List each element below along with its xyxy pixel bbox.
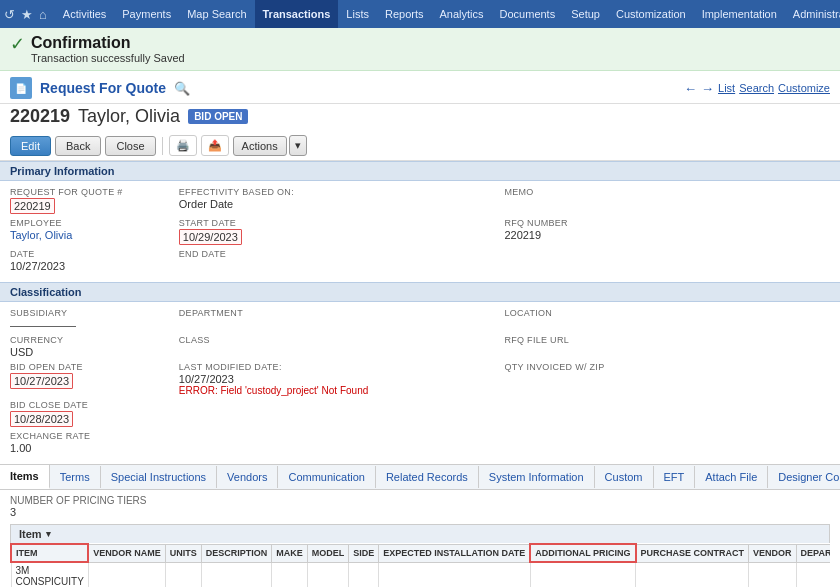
col-additional-pricing: ADDITIONAL PRICING xyxy=(530,544,635,562)
nav-implementation[interactable]: Implementation xyxy=(694,0,785,28)
col-model: MODEL xyxy=(307,544,349,562)
search-link[interactable]: Search xyxy=(739,82,774,94)
export-button[interactable]: 📤 xyxy=(201,135,229,156)
currency-value: USD xyxy=(10,346,167,358)
employee-value[interactable]: Taylor, Olivia xyxy=(10,229,167,241)
confirmation-subtitle: Transaction successfully Saved xyxy=(31,52,185,64)
cell-vendor-name xyxy=(88,562,165,587)
tab-related-records[interactable]: Related Records xyxy=(376,466,479,488)
nav-icons: ↺ ★ ⌂ xyxy=(4,7,47,22)
edit-button[interactable]: Edit xyxy=(10,136,51,156)
page-icon: 📄 xyxy=(10,77,32,99)
check-icon: ✓ xyxy=(10,35,25,53)
star-icon[interactable]: ★ xyxy=(21,7,33,22)
class-label: CLASS xyxy=(179,335,493,345)
close-button[interactable]: Close xyxy=(105,136,155,156)
list-link[interactable]: List xyxy=(718,82,735,94)
tab-eft[interactable]: EFT xyxy=(654,466,696,488)
pricing-tiers-value: 3 xyxy=(10,506,16,518)
rfq-file-url-label: RFQ FILE URL xyxy=(504,335,818,345)
nav-activities[interactable]: Activities xyxy=(55,0,114,28)
item-subheader-label: Item xyxy=(19,528,42,540)
back-arrow-icon[interactable]: ← xyxy=(684,81,697,96)
subsidiary-label: SUBSIDIARY xyxy=(10,308,167,318)
cell-description xyxy=(201,562,272,587)
end-date-label: END DATE xyxy=(179,249,493,259)
col-purchase-contract: PURCHASE CONTRACT xyxy=(636,544,749,562)
cell-model xyxy=(307,562,349,587)
nav-documents[interactable]: Documents xyxy=(492,0,564,28)
tab-special-instructions[interactable]: Special Instructions xyxy=(101,466,217,488)
col-units: UNITS xyxy=(165,544,201,562)
nav-transactions[interactable]: Transactions xyxy=(255,0,339,28)
history-icon[interactable]: ↺ xyxy=(4,7,15,22)
tab-items[interactable]: Items xyxy=(0,465,50,489)
nav-items: Activities Payments Map Search Transacti… xyxy=(55,0,840,28)
item-subheader[interactable]: Item ▾ xyxy=(10,524,830,543)
tabs-bar: Items Terms Special Instructions Vendors… xyxy=(0,464,840,490)
col-side: SIDE xyxy=(349,544,379,562)
last-modified-value: 10/27/2023 xyxy=(179,373,493,385)
col-department: DEPARTMENT xyxy=(796,544,830,562)
error-text: ERROR: Field 'custody_project' Not Found xyxy=(179,385,493,396)
confirmation-title: Confirmation xyxy=(31,34,185,52)
cell-side xyxy=(349,562,379,587)
nav-analytics[interactable]: Analytics xyxy=(432,0,492,28)
memo-label: MEMO xyxy=(504,187,818,197)
tab-vendors[interactable]: Vendors xyxy=(217,466,278,488)
classification-section-header: Classification xyxy=(0,282,840,302)
confirmation-banner: ✓ Confirmation Transaction successfully … xyxy=(0,28,840,71)
items-table-scroll[interactable]: ITEM VENDOR NAME UNITS DESCRIPTION MAKE … xyxy=(10,543,830,587)
back-button[interactable]: Back xyxy=(55,136,101,156)
nav-payments[interactable]: Payments xyxy=(114,0,179,28)
tab-custom[interactable]: Custom xyxy=(595,466,654,488)
rfq-number-label: RFQ NUMBER xyxy=(504,218,818,228)
col-description: DESCRIPTION xyxy=(201,544,272,562)
nav-map-search[interactable]: Map Search xyxy=(179,0,254,28)
tab-designer-communication[interactable]: Designer Communication with AE xyxy=(768,466,840,488)
record-header: 220219 Taylor, Olivia BID OPEN xyxy=(0,104,840,131)
nav-admin[interactable]: Administration and Controls xyxy=(785,0,840,28)
table-header-row: ITEM VENDOR NAME UNITS DESCRIPTION MAKE … xyxy=(11,544,830,562)
cell-make xyxy=(272,562,308,587)
col-make: MAKE xyxy=(272,544,308,562)
bid-close-date-label: BID CLOSE DATE xyxy=(10,400,169,410)
top-nav: ↺ ★ ⌂ Activities Payments Map Search Tra… xyxy=(0,0,840,28)
tab-terms[interactable]: Terms xyxy=(50,466,101,488)
employee-label: EMPLOYEE xyxy=(10,218,167,228)
col-vendor: VENDOR xyxy=(749,544,797,562)
cell-units xyxy=(165,562,201,587)
bid-open-date-value: 10/27/2023 xyxy=(10,373,73,389)
last-modified-label: LAST MODIFIED DATE: xyxy=(179,362,493,372)
home-icon[interactable]: ⌂ xyxy=(39,7,47,22)
cell-department xyxy=(796,562,830,587)
nav-setup[interactable]: Setup xyxy=(563,0,608,28)
page-header: 📄 Request For Quote 🔍 ← → List Search Cu… xyxy=(0,71,840,104)
tab-attach-file[interactable]: Attach File xyxy=(695,466,768,488)
page-search-icon[interactable]: 🔍 xyxy=(174,81,190,96)
nav-lists[interactable]: Lists xyxy=(338,0,377,28)
subsidiary-value: —————— xyxy=(10,319,167,331)
print-button[interactable]: 🖨️ xyxy=(169,135,197,156)
actions-button[interactable]: Actions xyxy=(233,136,287,156)
actions-group: Actions ▾ xyxy=(233,135,307,156)
page-nav-arrows: ← → List Search Customize xyxy=(684,81,830,96)
col-exp-install: EXPECTED INSTALLATION DATE xyxy=(379,544,531,562)
record-name: Taylor, Olivia xyxy=(78,106,180,127)
rfq-number-value: 220219 xyxy=(504,229,818,241)
tab-system-information[interactable]: System Information xyxy=(479,466,595,488)
page-title: Request For Quote xyxy=(40,80,166,96)
exchange-rate-label: EXCHANGE RATE xyxy=(10,431,178,441)
separator-1 xyxy=(162,137,163,155)
bid-badge: BID OPEN xyxy=(188,109,248,124)
customize-link[interactable]: Customize xyxy=(778,82,830,94)
actions-dropdown-button[interactable]: ▾ xyxy=(289,135,307,156)
nav-customization[interactable]: Customization xyxy=(608,0,694,28)
pricing-tiers-label: NUMBER OF PRICING TIERS xyxy=(10,495,147,506)
cell-purchase-contract xyxy=(636,562,749,587)
forward-arrow-icon[interactable]: → xyxy=(701,81,714,96)
nav-reports[interactable]: Reports xyxy=(377,0,432,28)
bid-open-date-label: BID OPEN DATE xyxy=(10,362,167,372)
tab-communication[interactable]: Communication xyxy=(278,466,375,488)
col-item: ITEM xyxy=(11,544,88,562)
